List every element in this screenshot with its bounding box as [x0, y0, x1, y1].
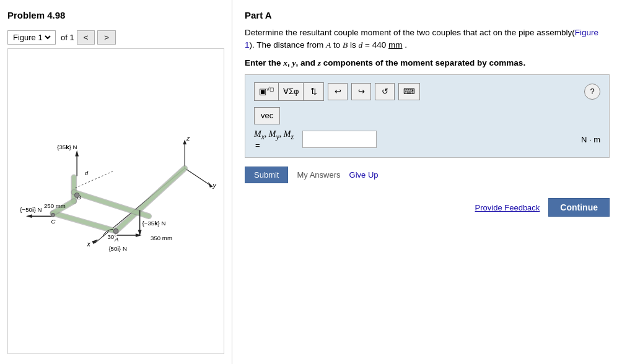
right-panel: Part A Determine the resultant couple mo…: [232, 0, 622, 364]
svg-point-40: [113, 228, 118, 233]
svg-text:350 mm: 350 mm: [151, 235, 172, 241]
point-a-label: A: [326, 40, 331, 50]
svg-line-19: [75, 171, 113, 188]
input-row: Mx, My, Mz = N · m: [254, 129, 600, 150]
action-row: Submit My Answers Give Up: [245, 167, 610, 183]
submit-button[interactable]: Submit: [245, 167, 288, 183]
arrows-icon: ⇅: [310, 87, 317, 96]
point-b-label: B: [343, 40, 348, 50]
my-answers-link[interactable]: My Answers: [297, 170, 340, 180]
svg-marker-25: [75, 150, 79, 157]
answer-box: ▣√◻ ∀Σφ ⇅ ↩ ↪ ↺ ⌨ ? vec Mx, My, Mz: [245, 74, 610, 158]
toolbar: ▣√◻ ∀Σφ ⇅ ↩ ↪ ↺ ⌨ ?: [254, 82, 600, 101]
formula-button[interactable]: ∀Σφ: [279, 83, 304, 100]
instruction-text: Enter the x, y, and z components of the …: [245, 58, 610, 68]
svg-text:d: d: [85, 170, 89, 176]
formula-icon: ∀Σφ: [283, 87, 299, 96]
prev-figure-button[interactable]: <: [77, 30, 95, 45]
svg-marker-7: [92, 240, 98, 245]
svg-line-3: [185, 168, 212, 186]
svg-text:z: z: [186, 134, 190, 142]
vec-button[interactable]: vec: [254, 107, 280, 124]
figure-select-wrapper[interactable]: Figure 1: [7, 30, 56, 45]
answer-input[interactable]: [302, 131, 377, 148]
figure-controls: Figure 1 of 1 < >: [7, 30, 224, 45]
moment-label: Mx, My, Mz: [254, 129, 294, 141]
moment-label-block: Mx, My, Mz =: [254, 129, 294, 150]
next-figure-button[interactable]: >: [97, 30, 116, 45]
svg-text:y: y: [212, 181, 217, 189]
undo-button[interactable]: ↩: [328, 83, 348, 100]
matrix-icon: ▣√◻: [259, 86, 274, 96]
distance-text: is d = 440 mm: [350, 40, 402, 50]
arrows-button[interactable]: ⇅: [304, 83, 323, 100]
keyboard-button[interactable]: ⌨: [398, 83, 420, 100]
toolbar-group-1: ▣√◻ ∀Σφ ⇅: [254, 82, 324, 101]
svg-text:{−50i} N: {−50i} N: [20, 206, 42, 213]
part-label: Part A: [245, 10, 610, 20]
description-suffix: ). The distance from: [250, 40, 326, 50]
svg-point-39: [74, 193, 79, 197]
redo-button[interactable]: ↪: [351, 83, 371, 100]
refresh-button[interactable]: ↺: [375, 83, 395, 100]
svg-line-16: [74, 193, 149, 217]
svg-text:{50i} N: {50i} N: [108, 245, 127, 252]
equals-sign: =: [255, 141, 294, 150]
matrix-button[interactable]: ▣√◻: [255, 83, 279, 100]
figure-of-label: of 1: [61, 33, 74, 42]
svg-point-41: [51, 213, 55, 217]
unit-label: N · m: [581, 135, 600, 144]
give-up-link[interactable]: Give Up: [349, 170, 379, 180]
problem-description: Determine the resultant couple moment of…: [245, 27, 610, 52]
svg-text:C: C: [51, 218, 56, 225]
continue-button[interactable]: Continue: [548, 198, 610, 217]
figure-select[interactable]: Figure 1: [11, 32, 53, 43]
svg-text:{−35k} N: {−35k} N: [142, 220, 166, 227]
problem-title: Problem 4.98: [7, 10, 224, 20]
figure-svg: z y x: [8, 49, 224, 353]
svg-line-12: [53, 213, 116, 231]
description-prefix: Determine the resultant couple moment of…: [245, 28, 575, 37]
help-button[interactable]: ?: [584, 84, 600, 100]
provide-feedback-link[interactable]: Provide Feedback: [475, 203, 540, 212]
svg-text:x: x: [87, 240, 91, 248]
svg-text:{35k} N: {35k} N: [57, 144, 77, 150]
svg-text:A: A: [114, 236, 118, 243]
left-panel: Problem 4.98 Figure 1 of 1 < > z y x: [0, 0, 232, 364]
svg-marker-34: [136, 233, 142, 237]
feedback-row: Provide Feedback Continue: [245, 198, 610, 217]
svg-marker-31: [26, 214, 32, 218]
figure-image: z y x: [7, 48, 224, 354]
svg-text:250 mm: 250 mm: [44, 202, 66, 209]
